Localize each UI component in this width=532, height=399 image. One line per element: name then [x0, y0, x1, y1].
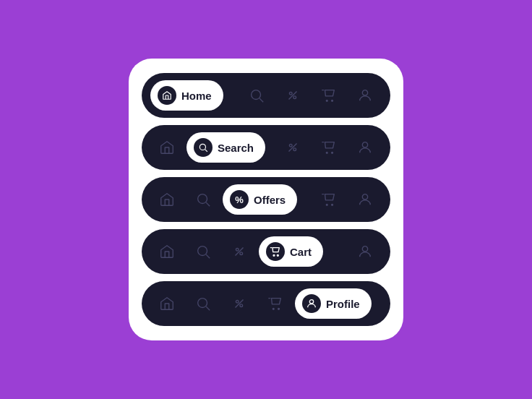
cart-icon-2: [321, 140, 337, 155]
svg-point-27: [277, 254, 278, 256]
svg-point-36: [309, 300, 313, 304]
svg-point-19: [332, 204, 333, 205]
profile-icon: [357, 87, 373, 103]
search-label: Search: [218, 142, 254, 154]
offers-icon-btn[interactable]: [276, 79, 309, 112]
svg-point-10: [289, 144, 292, 147]
offers-icon-btn-5[interactable]: [223, 287, 256, 320]
svg-line-1: [259, 98, 263, 102]
cart-pill-icon: [266, 242, 285, 261]
nav-row-offers: % Offers: [142, 177, 390, 222]
svg-point-7: [362, 90, 367, 95]
search-icon-2: [198, 142, 208, 153]
home-icon-btn-5[interactable]: [150, 287, 184, 320]
profile-label: Profile: [326, 298, 360, 310]
search-icon-5: [195, 296, 211, 312]
home-pill-icon: [158, 86, 176, 105]
cart-icon-btn-3[interactable]: [312, 183, 346, 216]
profile-pill-svg: [306, 298, 317, 309]
svg-point-31: [236, 300, 239, 303]
profile-pill-icon: [302, 294, 321, 313]
svg-point-18: [326, 204, 327, 205]
profile-icon-btn-4[interactable]: [348, 235, 382, 268]
percent-icon-5: [231, 296, 247, 312]
svg-line-30: [206, 306, 210, 310]
home-icon-btn[interactable]: [150, 131, 184, 164]
svg-point-28: [362, 246, 367, 252]
percent-icon: [285, 87, 301, 103]
cart-icon-btn-2[interactable]: [312, 131, 346, 164]
cart-pill-svg: [270, 246, 281, 257]
percent-icon-4: [231, 244, 247, 259]
svg-point-8: [200, 144, 205, 150]
svg-point-21: [198, 246, 207, 256]
svg-line-22: [206, 254, 210, 258]
cart-icon: [321, 87, 337, 103]
search-icon-btn-4[interactable]: [186, 235, 220, 268]
svg-line-9: [205, 150, 207, 152]
offers-icon-btn-2[interactable]: [276, 131, 309, 164]
home-icon-btn-3[interactable]: [150, 183, 184, 216]
profile-icon-btn-2[interactable]: [348, 131, 382, 164]
cart-icon-3: [321, 192, 337, 207]
search-pill[interactable]: Search: [186, 132, 265, 163]
home-icon-5: [159, 296, 175, 312]
home-icon-4: [159, 244, 175, 259]
svg-point-20: [362, 194, 367, 200]
svg-point-34: [273, 308, 274, 309]
svg-point-35: [278, 308, 280, 309]
cart-pill[interactable]: Cart: [259, 236, 323, 267]
percent-icon-2: [285, 140, 301, 155]
svg-point-26: [273, 254, 275, 256]
home-label: Home: [181, 90, 212, 102]
svg-point-3: [293, 96, 296, 99]
nav-row-home: Home: [142, 73, 390, 118]
svg-point-23: [236, 248, 239, 251]
offers-label: Offers: [254, 194, 286, 206]
svg-point-6: [332, 100, 333, 101]
nav-row-search: Search: [142, 125, 390, 170]
cart-icon-btn[interactable]: [312, 79, 346, 112]
home-icon: [162, 90, 172, 100]
home-icon-3: [159, 192, 175, 207]
home-icon-2: [159, 140, 175, 155]
offers-pill-icon: %: [230, 190, 249, 209]
svg-point-16: [198, 194, 207, 204]
search-icon-3: [195, 192, 211, 207]
svg-point-11: [293, 148, 296, 151]
svg-point-24: [240, 252, 243, 255]
home-icon-btn-4[interactable]: [150, 235, 184, 268]
svg-line-17: [206, 202, 210, 206]
home-pill[interactable]: Home: [150, 80, 223, 111]
svg-point-5: [326, 100, 327, 101]
profile-icon-btn-3[interactable]: [348, 183, 382, 216]
profile-icon-4: [357, 244, 373, 259]
search-icon: [249, 87, 265, 103]
svg-point-15: [362, 142, 367, 147]
svg-point-2: [289, 92, 292, 95]
nav-card: Home: [129, 59, 403, 340]
search-icon-btn[interactable]: [240, 79, 273, 112]
profile-icon-btn[interactable]: [348, 79, 382, 112]
offers-pill[interactable]: % Offers: [223, 184, 297, 215]
cart-icon-5: [267, 296, 283, 312]
search-icon-btn-3[interactable]: [186, 183, 220, 216]
nav-row-cart: Cart: [142, 229, 390, 274]
profile-icon-3: [357, 192, 373, 207]
profile-pill[interactable]: Profile: [295, 288, 372, 319]
cart-label: Cart: [290, 246, 312, 258]
search-icon-btn-5[interactable]: [186, 287, 220, 320]
svg-point-0: [252, 90, 261, 100]
svg-point-32: [240, 304, 243, 307]
nav-row-profile: Profile: [142, 281, 390, 326]
profile-icon-2: [357, 140, 373, 155]
cart-icon-btn-5[interactable]: [259, 287, 292, 320]
svg-point-29: [198, 299, 207, 308]
svg-point-14: [332, 152, 333, 153]
svg-point-13: [326, 152, 327, 153]
search-pill-icon: [194, 138, 213, 157]
search-icon-4: [195, 244, 211, 259]
offers-icon-btn-4[interactable]: [223, 235, 256, 268]
